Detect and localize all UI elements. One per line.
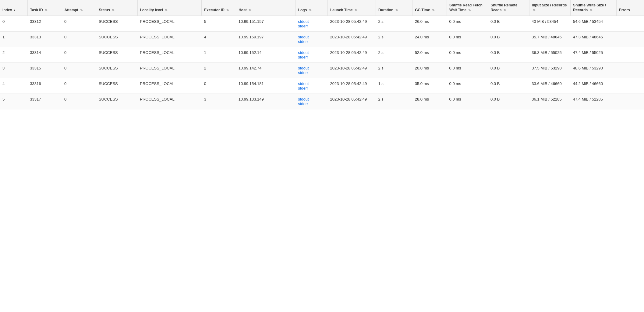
table-row: 3333150SUCCESSPROCESS_LOCAL210.99.142.74… [0,63,644,78]
col-header-launch[interactable]: Launch Time ⇅ [328,0,376,16]
cell-index: 3 [0,63,27,78]
sort-icon-duration: ⇅ [395,8,398,12]
cell-duration: 2 s [376,16,412,32]
cell-srr: 0.0 B [488,78,529,94]
cell-status: SUCCESS [96,32,137,47]
cell-isr: 36.1 MiB / 52285 [529,94,570,109]
table-header-row: Index ▲ Task ID ⇅ Attempt ⇅ Status ⇅ Loc… [0,0,644,16]
cell-gctime: 24.0 ms [412,32,447,47]
cell-duration: 2 s [376,47,412,63]
cell-launch: 2023-10-28 05:42:49 [328,94,376,109]
cell-gctime: 20.0 ms [412,63,447,78]
stderr-link[interactable]: stderr [298,101,325,106]
cell-swr: 47.4 MiB / 55025 [571,47,616,63]
cell-execid: 3 [202,94,236,109]
cell-status: SUCCESS [96,94,137,109]
sort-icon-attempt: ⇅ [80,8,83,12]
stderr-link[interactable]: stderr [298,39,325,44]
cell-logs: stdoutstderr [295,16,327,32]
col-header-status[interactable]: Status ⇅ [96,0,137,16]
cell-gctime: 52.0 ms [412,47,447,63]
stdout-link[interactable]: stdout [298,81,325,86]
cell-locality: PROCESS_LOCAL [137,63,202,78]
cell-index: 4 [0,78,27,94]
cell-taskid: 33314 [27,47,62,63]
sort-icon-isr: ⇅ [533,8,535,12]
col-label-duration: Duration [378,8,393,12]
col-header-taskid[interactable]: Task ID ⇅ [27,0,62,16]
stderr-link[interactable]: stderr [298,24,325,28]
col-label-logs: Logs [298,8,307,12]
col-header-srfwt[interactable]: Shuffle Read Fetch Wait Time ⇅ [447,0,488,16]
sort-icon-swr: ⇅ [590,8,592,12]
cell-locality: PROCESS_LOCAL [137,47,202,63]
cell-errors [616,16,644,32]
cell-execid: 1 [202,47,236,63]
col-label-launch: Launch Time [330,8,353,12]
cell-taskid: 33312 [27,16,62,32]
stdout-link[interactable]: stdout [298,97,325,101]
cell-logs: stdoutstderr [295,47,327,63]
table-row: 5333170SUCCESSPROCESS_LOCAL310.99.133.14… [0,94,644,109]
col-header-errors: Errors [616,0,644,16]
col-header-gctime[interactable]: GC Time ⇅ [412,0,447,16]
stderr-link[interactable]: stderr [298,70,325,75]
cell-gctime: 28.0 ms [412,94,447,109]
stderr-link[interactable]: stderr [298,86,325,90]
cell-attempt: 0 [62,16,96,32]
stdout-link[interactable]: stdout [298,66,325,70]
col-header-swr[interactable]: Shuffle Write Size / Records ⇅ [571,0,616,16]
cell-srr: 0.0 B [488,47,529,63]
cell-taskid: 33317 [27,94,62,109]
cell-status: SUCCESS [96,63,137,78]
cell-gctime: 35.0 ms [412,78,447,94]
cell-launch: 2023-10-28 05:42:49 [328,32,376,47]
sort-icon-logs: ⇅ [309,8,311,12]
cell-index: 2 [0,47,27,63]
cell-taskid: 33316 [27,78,62,94]
col-header-locality[interactable]: Locality level ⇅ [137,0,202,16]
cell-status: SUCCESS [96,78,137,94]
cell-host: 10.99.133.149 [236,94,296,109]
cell-srfwt: 0.0 ms [447,32,488,47]
stdout-link[interactable]: stdout [298,35,325,39]
col-label-index: Index [2,8,12,12]
cell-duration: 1 s [376,78,412,94]
cell-locality: PROCESS_LOCAL [137,16,202,32]
col-header-index[interactable]: Index ▲ [0,0,27,16]
cell-srfwt: 0.0 ms [447,16,488,32]
col-header-host[interactable]: Host ⇅ [236,0,296,16]
cell-isr: 37.5 MiB / 53290 [529,63,570,78]
col-label-status: Status [99,8,110,12]
cell-gctime: 26.0 ms [412,16,447,32]
cell-srr: 0.0 B [488,32,529,47]
cell-index: 0 [0,16,27,32]
cell-status: SUCCESS [96,47,137,63]
col-header-duration[interactable]: Duration ⇅ [376,0,412,16]
table-row: 4333160SUCCESSPROCESS_LOCAL010.99.154.18… [0,78,644,94]
cell-execid: 2 [202,63,236,78]
cell-execid: 5 [202,16,236,32]
cell-logs: stdoutstderr [295,94,327,109]
cell-launch: 2023-10-28 05:42:49 [328,16,376,32]
cell-srfwt: 0.0 ms [447,78,488,94]
col-header-logs[interactable]: Logs ⇅ [295,0,327,16]
col-header-srr[interactable]: Shuffle Remote Reads ⇅ [488,0,529,16]
cell-execid: 4 [202,32,236,47]
col-header-isr[interactable]: Input Size / Records ⇅ [529,0,570,16]
stdout-link[interactable]: stdout [298,50,325,55]
stderr-link[interactable]: stderr [298,55,325,59]
cell-attempt: 0 [62,63,96,78]
col-label-taskid: Task ID [30,8,43,12]
col-header-attempt[interactable]: Attempt ⇅ [62,0,96,16]
cell-errors [616,32,644,47]
stdout-link[interactable]: stdout [298,19,325,24]
col-label-gctime: GC Time [415,8,430,12]
cell-duration: 2 s [376,32,412,47]
cell-srr: 0.0 B [488,63,529,78]
sort-icon-execid: ⇅ [226,8,229,12]
cell-isr: 43 MiB / 53454 [529,16,570,32]
cell-host: 10.99.159.197 [236,32,296,47]
col-header-execid[interactable]: Executor ID ⇅ [202,0,236,16]
cell-host: 10.99.142.74 [236,63,296,78]
